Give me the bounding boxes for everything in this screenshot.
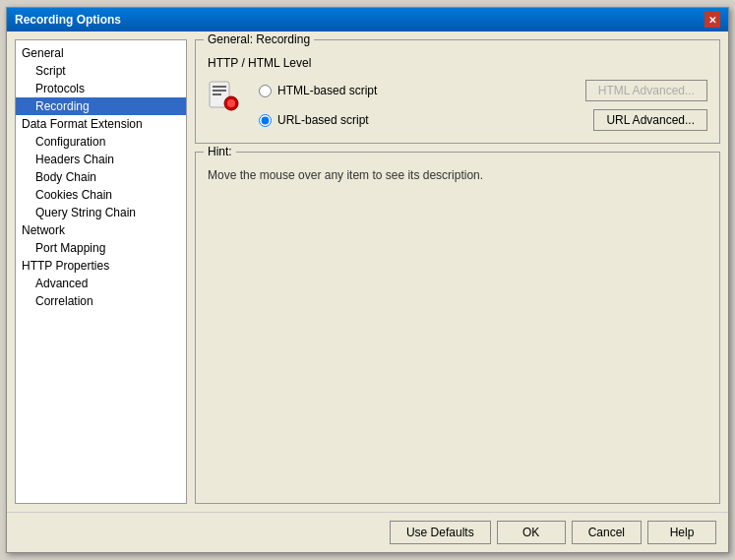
hint-content: Move the mouse over any item to see its … [208, 168, 707, 182]
sidebar-item-http-properties[interactable]: HTTP Properties [16, 257, 186, 275]
close-button[interactable]: ✕ [704, 12, 720, 28]
sidebar-item-body-chain[interactable]: Body Chain [16, 168, 186, 186]
sidebar-item-port-mapping[interactable]: Port Mapping [16, 239, 186, 257]
help-button[interactable]: Help [647, 521, 716, 544]
sidebar-item-script[interactable]: Script [16, 62, 186, 80]
sidebar-item-cookies-chain[interactable]: Cookies Chain [16, 186, 186, 204]
url-based-label-group: URL-based script [259, 113, 369, 127]
url-based-radio[interactable] [259, 114, 272, 127]
html-based-option: HTML-based script HTML Advanced... [259, 80, 707, 101]
group-title: General: Recording [204, 32, 314, 46]
svg-point-5 [227, 99, 235, 107]
record-icon [208, 80, 239, 114]
url-based-option: URL-based script URL Advanced... [259, 109, 707, 131]
html-based-label-group: HTML-based script [259, 84, 377, 97]
html-based-label[interactable]: HTML-based script [277, 84, 377, 97]
hint-box: Hint: Move the mouse over any item to se… [195, 152, 720, 504]
ok-button[interactable]: OK [497, 521, 566, 544]
sidebar-item-headers-chain[interactable]: Headers Chain [16, 151, 186, 168]
sidebar-item-configuration[interactable]: Configuration [16, 133, 186, 151]
sidebar-item-general[interactable]: General [16, 44, 186, 62]
sidebar: General Script Protocols Recording Data … [15, 39, 187, 504]
sidebar-item-query-string-chain[interactable]: Query String Chain [16, 204, 186, 221]
main-panel: General: Recording HTTP / HTML Level [195, 39, 720, 504]
bottom-bar: Use Defaults OK Cancel Help [7, 512, 728, 552]
content-area: General Script Protocols Recording Data … [7, 31, 728, 512]
http-html-label: HTTP / HTML Level [208, 56, 707, 70]
sidebar-item-protocols[interactable]: Protocols [16, 80, 186, 97]
titlebar: Recording Options ✕ [7, 8, 728, 31]
window-title: Recording Options [15, 13, 121, 27]
recording-options-window: Recording Options ✕ General Script Proto… [6, 7, 729, 553]
http-html-section: HTTP / HTML Level [208, 56, 707, 131]
sidebar-item-recording[interactable]: Recording [16, 97, 186, 115]
options-area: HTML-based script HTML Advanced... URL-b… [259, 80, 707, 131]
cancel-button[interactable]: Cancel [572, 521, 642, 544]
sidebar-item-data-format[interactable]: Data Format Extension [16, 115, 186, 133]
hint-title: Hint: [204, 145, 236, 158]
sidebar-item-network[interactable]: Network [16, 221, 186, 239]
html-based-radio[interactable] [259, 85, 272, 97]
general-recording-group: General: Recording HTTP / HTML Level [195, 39, 720, 144]
url-advanced-button[interactable]: URL Advanced... [593, 109, 707, 131]
url-based-label[interactable]: URL-based script [277, 113, 369, 127]
sidebar-item-advanced[interactable]: Advanced [16, 275, 186, 292]
use-defaults-button[interactable]: Use Defaults [390, 521, 491, 544]
sidebar-item-correlation[interactable]: Correlation [16, 292, 186, 310]
html-advanced-button[interactable]: HTML Advanced... [585, 80, 707, 101]
